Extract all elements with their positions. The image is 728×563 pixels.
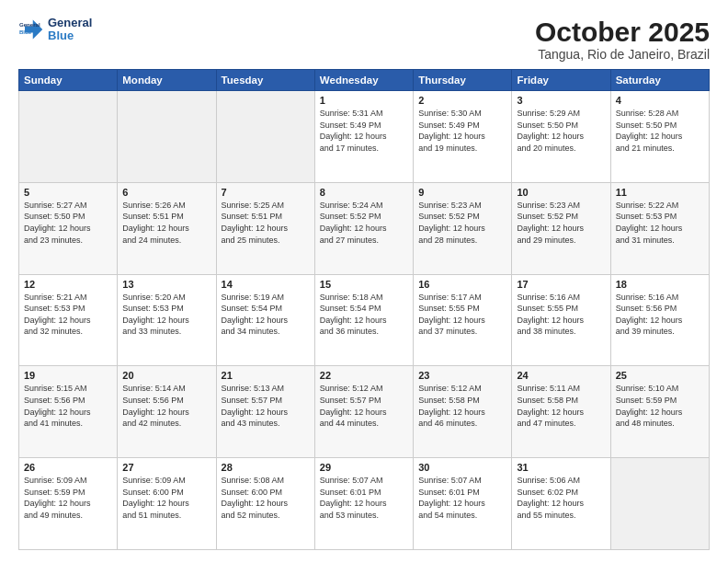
- day-info: Sunrise: 5:29 AM Sunset: 5:50 PM Dayligh…: [517, 108, 605, 154]
- day-number: 29: [320, 462, 408, 473]
- day-number: 1: [320, 95, 408, 106]
- day-info: Sunrise: 5:14 AM Sunset: 5:56 PM Dayligh…: [122, 383, 210, 429]
- day-info: Sunrise: 5:18 AM Sunset: 5:54 PM Dayligh…: [320, 292, 408, 338]
- day-cell: 7Sunrise: 5:25 AM Sunset: 5:51 PM Daylig…: [216, 182, 314, 274]
- day-number: 18: [616, 279, 704, 290]
- col-header-thursday: Thursday: [414, 70, 512, 91]
- day-info: Sunrise: 5:31 AM Sunset: 5:49 PM Dayligh…: [320, 108, 408, 154]
- day-cell: 18Sunrise: 5:16 AM Sunset: 5:56 PM Dayli…: [610, 274, 709, 366]
- day-cell: 6Sunrise: 5:26 AM Sunset: 5:51 PM Daylig…: [118, 182, 216, 274]
- day-info: Sunrise: 5:16 AM Sunset: 5:56 PM Dayligh…: [616, 292, 704, 338]
- logo-text-blue: Blue: [48, 29, 92, 42]
- day-info: Sunrise: 5:26 AM Sunset: 5:51 PM Dayligh…: [122, 200, 210, 246]
- location: Tangua, Rio de Janeiro, Brazil: [535, 47, 710, 62]
- day-number: 10: [517, 187, 605, 198]
- day-info: Sunrise: 5:17 AM Sunset: 5:55 PM Dayligh…: [418, 292, 506, 338]
- day-cell: [216, 91, 314, 183]
- day-cell: 25Sunrise: 5:10 AM Sunset: 5:59 PM Dayli…: [610, 366, 709, 458]
- day-cell: 17Sunrise: 5:16 AM Sunset: 5:55 PM Dayli…: [512, 274, 610, 366]
- day-cell: 12Sunrise: 5:21 AM Sunset: 5:53 PM Dayli…: [19, 274, 118, 366]
- day-info: Sunrise: 5:30 AM Sunset: 5:49 PM Dayligh…: [418, 108, 506, 154]
- day-number: 8: [320, 187, 408, 198]
- col-header-tuesday: Tuesday: [216, 70, 314, 91]
- day-cell: 24Sunrise: 5:11 AM Sunset: 5:58 PM Dayli…: [512, 366, 610, 458]
- day-info: Sunrise: 5:09 AM Sunset: 6:00 PM Dayligh…: [122, 475, 210, 521]
- day-info: Sunrise: 5:16 AM Sunset: 5:55 PM Dayligh…: [517, 292, 605, 338]
- day-number: 17: [517, 279, 605, 290]
- week-row-5: 26Sunrise: 5:09 AM Sunset: 5:59 PM Dayli…: [19, 458, 710, 550]
- day-cell: 16Sunrise: 5:17 AM Sunset: 5:55 PM Dayli…: [414, 274, 512, 366]
- day-number: 16: [418, 279, 506, 290]
- week-row-2: 5Sunrise: 5:27 AM Sunset: 5:50 PM Daylig…: [19, 182, 710, 274]
- day-number: 13: [122, 279, 210, 290]
- day-info: Sunrise: 5:12 AM Sunset: 5:58 PM Dayligh…: [418, 383, 506, 429]
- day-cell: 13Sunrise: 5:20 AM Sunset: 5:53 PM Dayli…: [118, 274, 216, 366]
- day-cell: 19Sunrise: 5:15 AM Sunset: 5:56 PM Dayli…: [19, 366, 118, 458]
- svg-text:Blue: Blue: [19, 29, 32, 36]
- logo-text-general: General: [48, 17, 92, 29]
- day-cell: 26Sunrise: 5:09 AM Sunset: 5:59 PM Dayli…: [19, 458, 118, 550]
- day-cell: 1Sunrise: 5:31 AM Sunset: 5:49 PM Daylig…: [314, 91, 413, 183]
- calendar-header: SundayMondayTuesdayWednesdayThursdayFrid…: [19, 70, 710, 91]
- day-info: Sunrise: 5:24 AM Sunset: 5:52 PM Dayligh…: [320, 200, 408, 246]
- day-info: Sunrise: 5:19 AM Sunset: 5:54 PM Dayligh…: [222, 292, 310, 338]
- calendar-table: SundayMondayTuesdayWednesdayThursdayFrid…: [18, 69, 710, 550]
- day-info: Sunrise: 5:21 AM Sunset: 5:53 PM Dayligh…: [24, 292, 112, 338]
- day-cell: 5Sunrise: 5:27 AM Sunset: 5:50 PM Daylig…: [19, 182, 118, 274]
- day-cell: 27Sunrise: 5:09 AM Sunset: 6:00 PM Dayli…: [118, 458, 216, 550]
- header: General Blue General Blue October 2025 T…: [18, 17, 710, 62]
- week-row-3: 12Sunrise: 5:21 AM Sunset: 5:53 PM Dayli…: [19, 274, 710, 366]
- day-cell: [610, 458, 709, 550]
- day-info: Sunrise: 5:28 AM Sunset: 5:50 PM Dayligh…: [616, 108, 704, 154]
- week-row-1: 1Sunrise: 5:31 AM Sunset: 5:49 PM Daylig…: [19, 91, 710, 183]
- day-number: 26: [24, 462, 112, 473]
- day-info: Sunrise: 5:23 AM Sunset: 5:52 PM Dayligh…: [418, 200, 506, 246]
- day-cell: 31Sunrise: 5:06 AM Sunset: 6:02 PM Dayli…: [512, 458, 610, 550]
- day-cell: 20Sunrise: 5:14 AM Sunset: 5:56 PM Dayli…: [118, 366, 216, 458]
- day-cell: 14Sunrise: 5:19 AM Sunset: 5:54 PM Dayli…: [216, 274, 314, 366]
- day-cell: 28Sunrise: 5:08 AM Sunset: 6:00 PM Dayli…: [216, 458, 314, 550]
- logo-icon: General Blue: [18, 17, 44, 42]
- col-header-friday: Friday: [512, 70, 610, 91]
- day-cell: 8Sunrise: 5:24 AM Sunset: 5:52 PM Daylig…: [314, 182, 413, 274]
- day-info: Sunrise: 5:20 AM Sunset: 5:53 PM Dayligh…: [122, 292, 210, 338]
- calendar-body: 1Sunrise: 5:31 AM Sunset: 5:49 PM Daylig…: [19, 91, 710, 550]
- col-header-sunday: Sunday: [19, 70, 118, 91]
- day-info: Sunrise: 5:07 AM Sunset: 6:01 PM Dayligh…: [320, 475, 408, 521]
- day-cell: 23Sunrise: 5:12 AM Sunset: 5:58 PM Dayli…: [414, 366, 512, 458]
- day-info: Sunrise: 5:15 AM Sunset: 5:56 PM Dayligh…: [24, 383, 112, 429]
- day-number: 9: [418, 187, 506, 198]
- day-number: 21: [222, 370, 310, 381]
- day-number: 23: [418, 370, 506, 381]
- day-number: 22: [320, 370, 408, 381]
- day-number: 31: [517, 462, 605, 473]
- month-title: October 2025: [535, 17, 710, 47]
- day-number: 4: [616, 95, 704, 106]
- day-number: 14: [222, 279, 310, 290]
- day-cell: 15Sunrise: 5:18 AM Sunset: 5:54 PM Dayli…: [314, 274, 413, 366]
- day-cell: 30Sunrise: 5:07 AM Sunset: 6:01 PM Dayli…: [414, 458, 512, 550]
- day-info: Sunrise: 5:22 AM Sunset: 5:53 PM Dayligh…: [616, 200, 704, 246]
- col-header-saturday: Saturday: [610, 70, 709, 91]
- svg-text:General: General: [19, 21, 40, 28]
- day-info: Sunrise: 5:25 AM Sunset: 5:51 PM Dayligh…: [222, 200, 310, 246]
- col-header-wednesday: Wednesday: [314, 70, 413, 91]
- day-number: 20: [122, 370, 210, 381]
- day-number: 25: [616, 370, 704, 381]
- day-info: Sunrise: 5:07 AM Sunset: 6:01 PM Dayligh…: [418, 475, 506, 521]
- day-number: 11: [616, 187, 704, 198]
- day-cell: 10Sunrise: 5:23 AM Sunset: 5:52 PM Dayli…: [512, 182, 610, 274]
- day-cell: 2Sunrise: 5:30 AM Sunset: 5:49 PM Daylig…: [414, 91, 512, 183]
- day-cell: [19, 91, 118, 183]
- day-number: 7: [222, 187, 310, 198]
- day-info: Sunrise: 5:10 AM Sunset: 5:59 PM Dayligh…: [616, 383, 704, 429]
- day-number: 6: [122, 187, 210, 198]
- day-cell: 22Sunrise: 5:12 AM Sunset: 5:57 PM Dayli…: [314, 366, 413, 458]
- day-cell: 4Sunrise: 5:28 AM Sunset: 5:50 PM Daylig…: [610, 91, 709, 183]
- day-number: 19: [24, 370, 112, 381]
- week-row-4: 19Sunrise: 5:15 AM Sunset: 5:56 PM Dayli…: [19, 366, 710, 458]
- day-number: 28: [222, 462, 310, 473]
- day-number: 27: [122, 462, 210, 473]
- title-block: October 2025 Tangua, Rio de Janeiro, Bra…: [535, 17, 710, 62]
- day-cell: 9Sunrise: 5:23 AM Sunset: 5:52 PM Daylig…: [414, 182, 512, 274]
